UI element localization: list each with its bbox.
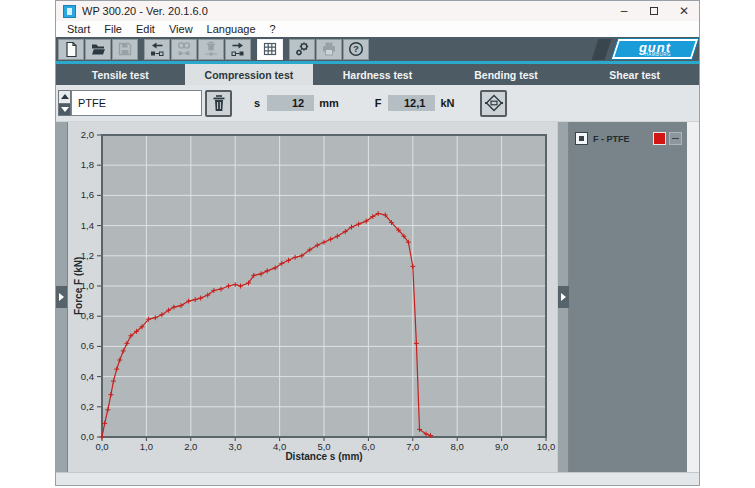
menu-item-language[interactable]: Language	[200, 23, 263, 35]
window-controls: – ✕	[609, 1, 699, 21]
measurement-control-row: s 12 mm F 12,1 kN	[56, 85, 699, 121]
settings-button[interactable]	[289, 39, 315, 60]
app-window: WP 300.20 - Ver. 20.1.6.0 – ✕ Start File…	[55, 0, 700, 486]
legend-series-label: F - PTFE	[593, 134, 653, 144]
legend-visibility-checkbox[interactable]	[575, 132, 588, 145]
legend-item: F - PTFE	[575, 131, 682, 146]
close-button[interactable]: ✕	[669, 1, 699, 21]
spinner-up-button[interactable]	[58, 90, 71, 103]
previous-measurement-icon	[149, 41, 165, 57]
print-icon	[321, 41, 337, 57]
logo-subtext: HAMBURG	[645, 53, 672, 58]
crosshair-diamond-icon	[484, 93, 504, 113]
center-view-button[interactable]	[480, 90, 507, 117]
menu-bar: Start File Edit View Language ?	[56, 21, 699, 37]
maximize-button[interactable]	[639, 1, 669, 21]
right-collapse-strip	[557, 122, 569, 472]
triangle-down-icon	[61, 107, 69, 112]
spinner-down-button[interactable]	[58, 103, 71, 117]
print-button[interactable]	[316, 39, 342, 60]
open-file-button[interactable]	[85, 39, 111, 60]
new-measurement-icon	[63, 41, 79, 57]
next-measurement-button[interactable]	[225, 39, 251, 60]
menu-item-file[interactable]: File	[97, 23, 129, 35]
right-expand-button[interactable]	[558, 286, 569, 308]
trash-icon	[210, 94, 228, 113]
previous-measurement-button[interactable]	[144, 39, 170, 60]
loop-measurement-button[interactable]	[171, 39, 197, 60]
test-tab-bar: Tensile test Compression test Hardness t…	[56, 64, 699, 85]
gunt-logo-box: gunt HAMBURG	[612, 39, 698, 59]
force-value: 12,1	[388, 95, 435, 111]
new-measurement-button[interactable]	[58, 39, 84, 60]
force-unit: kN	[440, 97, 454, 109]
left-collapse-strip	[56, 122, 68, 472]
distance-unit: mm	[319, 97, 339, 109]
distance-value: 12	[267, 95, 314, 111]
delete-measurement-icon	[203, 41, 219, 57]
tab-bending-test[interactable]: Bending test	[442, 64, 571, 85]
help-button[interactable]: ?	[343, 39, 369, 60]
status-bar	[56, 472, 699, 485]
triangle-up-icon	[61, 94, 69, 99]
maximize-icon	[650, 7, 658, 15]
tab-hardness-test[interactable]: Hardness test	[313, 64, 442, 85]
sample-name-input[interactable]	[71, 90, 202, 116]
left-expand-button[interactable]	[56, 286, 67, 308]
table-view-icon	[262, 41, 278, 57]
main-area: 0,01,02,03,04,05,06,07,08,09,010,00,00,2…	[56, 121, 699, 472]
delete-measurement-button[interactable]	[198, 39, 224, 60]
legend-color-swatch[interactable]	[653, 132, 666, 145]
next-measurement-icon	[230, 41, 246, 57]
title-bar: WP 300.20 - Ver. 20.1.6.0 – ✕	[56, 1, 699, 21]
chart-panel: 0,01,02,03,04,05,06,07,08,09,010,00,00,2…	[68, 122, 557, 472]
app-icon	[63, 5, 76, 18]
distance-label: s	[254, 97, 260, 109]
force-label: F	[375, 97, 382, 109]
force-distance-chart[interactable]: 0,01,02,03,04,05,06,07,08,09,010,00,00,2…	[68, 122, 557, 473]
sample-spinner	[58, 90, 71, 116]
legend-panel: F - PTFE	[569, 122, 687, 472]
svg-text:?: ?	[353, 43, 359, 54]
delete-sample-button[interactable]	[205, 90, 232, 117]
table-view-button[interactable]	[257, 39, 283, 60]
loop-measurement-icon	[176, 41, 192, 57]
gunt-logo: gunt HAMBURG	[595, 38, 695, 60]
legend-line-style-button[interactable]	[669, 132, 682, 145]
x-axis-title: Distance s (mm)	[102, 451, 546, 462]
right-margin	[687, 122, 699, 472]
tab-tensile-test[interactable]: Tensile test	[56, 64, 185, 85]
minimize-button[interactable]: –	[609, 1, 639, 21]
menu-item-help[interactable]: ?	[263, 23, 283, 35]
open-file-icon	[90, 41, 106, 57]
help-icon: ?	[348, 41, 364, 57]
tab-compression-test[interactable]: Compression test	[185, 64, 314, 85]
save-file-button[interactable]	[112, 39, 138, 60]
window-title: WP 300.20 - Ver. 20.1.6.0	[82, 5, 208, 17]
y-axis-title: Force F (kN)	[71, 135, 85, 437]
logo-slash-decoration	[592, 39, 612, 60]
settings-icon	[294, 41, 310, 57]
tab-shear-test[interactable]: Shear test	[570, 64, 699, 85]
save-file-icon	[117, 41, 133, 57]
menu-item-view[interactable]: View	[162, 23, 200, 35]
toolbar: ? gunt HAMBURG	[56, 37, 699, 61]
menu-item-edit[interactable]: Edit	[129, 23, 162, 35]
menu-item-start[interactable]: Start	[60, 23, 97, 35]
checkbox-check-icon	[579, 136, 584, 141]
